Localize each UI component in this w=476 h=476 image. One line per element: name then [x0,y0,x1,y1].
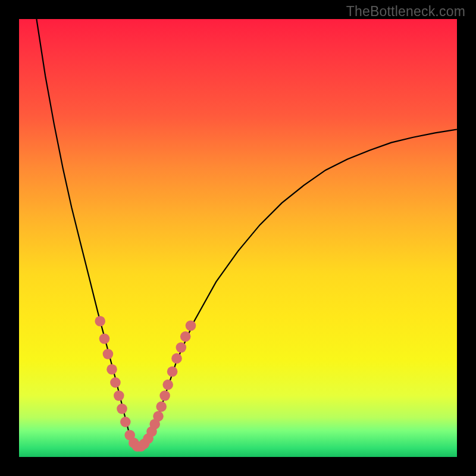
chart-svg [19,19,457,457]
data-marker [180,331,191,342]
data-marker [120,416,131,427]
data-marker [99,334,110,345]
data-marker [156,402,167,412]
data-marker [162,380,173,390]
marker-group [95,316,196,452]
data-marker [167,367,178,377]
plot-area [19,19,457,457]
data-marker [159,390,170,401]
chart-frame: TheBottleneck.com [0,0,476,476]
data-marker [153,411,164,422]
data-marker [103,349,114,359]
data-marker [176,342,187,353]
bottleneck-curve [36,19,457,448]
data-marker [117,403,127,414]
data-marker [114,390,124,401]
watermark-text: TheBottleneck.com [346,4,465,20]
data-marker [95,316,105,327]
data-marker [110,377,121,388]
data-marker [171,353,182,364]
data-marker [107,364,117,375]
data-marker [186,320,196,331]
